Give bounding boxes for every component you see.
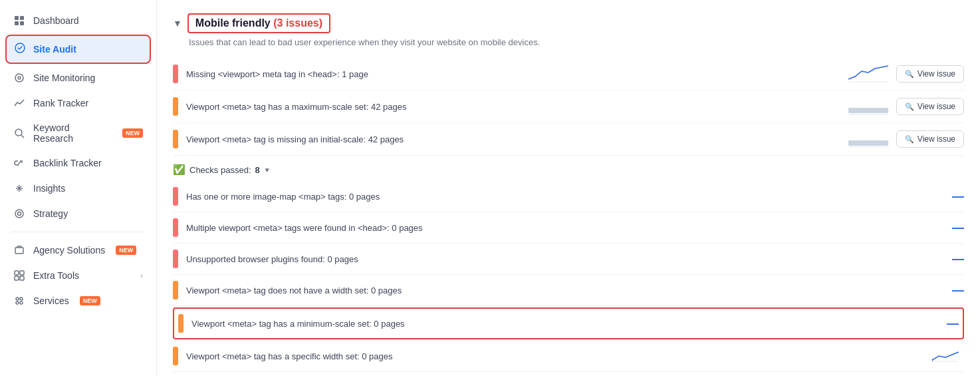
svg-point-18	[20, 297, 23, 300]
svg-point-17	[16, 297, 19, 300]
extra-tools-chevron: ›	[140, 271, 143, 280]
sidebar-item-extra-tools-label: Extra Tools	[33, 270, 79, 281]
passed-severity-dot-4	[173, 281, 178, 299]
backlink-tracker-icon	[13, 157, 25, 169]
rank-tracker-icon	[13, 97, 25, 109]
passed-row-7: Viewport <meta> tag initial-scale is inc…	[173, 372, 964, 376]
svg-point-20	[20, 301, 23, 304]
issue-severity-dot-2	[173, 97, 178, 116]
sidebar-item-site-monitoring[interactable]: Site Monitoring	[0, 65, 156, 91]
sidebar-item-services-label: Services	[33, 295, 69, 306]
sidebar-item-agency-solutions[interactable]: Agency Solutions NEW	[0, 238, 156, 263]
svg-rect-12	[15, 248, 23, 254]
sidebar-item-rank-tracker[interactable]: Rank Tracker	[0, 91, 156, 116]
passed-row-1: Has one or more image-map <map> tags: 0 …	[173, 181, 964, 212]
svg-point-11	[18, 212, 21, 216]
passed-text-5: Viewport <meta> tag has a minimum-scale …	[191, 319, 939, 329]
site-audit-icon	[15, 43, 25, 56]
agency-solutions-icon	[13, 244, 25, 256]
agency-solutions-badge: NEW	[116, 246, 136, 255]
passed-dash-4: —	[952, 283, 964, 297]
sidebar-item-dashboard-label: Dashboard	[33, 15, 79, 26]
sidebar-item-dashboard[interactable]: Dashboard	[0, 8, 156, 33]
svg-rect-24	[848, 140, 888, 146]
passed-text-2: Multiple viewport <meta> tags were found…	[186, 223, 944, 233]
services-badge: NEW	[80, 296, 100, 305]
strategy-icon	[13, 208, 25, 220]
passed-severity-dot-5	[178, 314, 184, 333]
sidebar-item-site-audit-label: Site Audit	[33, 44, 76, 55]
passed-severity-dot-2	[173, 218, 178, 237]
section-toggle-icon[interactable]: ▼	[173, 18, 182, 29]
insights-icon	[13, 182, 25, 194]
passed-row-5-highlighted: Viewport <meta> tag has a minimum-scale …	[173, 307, 964, 339]
section-header: ▼ Mobile friendly (3 issues)	[173, 13, 964, 33]
sidebar-item-services[interactable]: Services NEW	[0, 288, 156, 313]
section-title: Mobile friendly (3 issues)	[187, 13, 330, 33]
sidebar-item-keyword-research[interactable]: Keyword Research NEW	[0, 116, 156, 150]
checks-passed-label: Checks passed:	[189, 165, 251, 175]
svg-rect-22	[848, 108, 888, 113]
issue-severity-dot-1	[173, 65, 178, 83]
passed-text-4: Viewport <meta> tag does not have a widt…	[186, 285, 944, 295]
view-issue-button-2[interactable]: 🔍 View issue	[896, 98, 964, 115]
search-icon-3: 🔍	[905, 135, 914, 144]
view-issue-button-1[interactable]: 🔍 View issue	[896, 65, 964, 83]
view-issue-button-3[interactable]: 🔍 View issue	[896, 130, 964, 148]
passed-row-3: Unsupported browser plugins found: 0 pag…	[173, 244, 964, 275]
main-content: ▼ Mobile friendly (3 issues) Issues that…	[157, 0, 980, 376]
sidebar-item-strategy-label: Strategy	[33, 208, 68, 219]
svg-point-6	[18, 77, 21, 79]
sidebar-item-insights-label: Insights	[33, 183, 65, 194]
passed-row-6: Viewport <meta> tag has a specific width…	[173, 341, 964, 372]
issue-text-2: Viewport <meta> tag has a maximum-scale …	[186, 102, 840, 112]
svg-rect-14	[20, 271, 24, 275]
passed-dash-2: —	[952, 221, 964, 235]
passed-severity-dot-3	[173, 250, 178, 268]
section-subtitle: Issues that can lead to bad user experie…	[173, 37, 964, 47]
svg-point-7	[15, 129, 22, 136]
svg-rect-1	[20, 16, 24, 20]
passed-severity-dot-6	[173, 347, 178, 365]
svg-rect-2	[15, 21, 19, 25]
sidebar-item-strategy[interactable]: Strategy	[0, 201, 156, 226]
search-icon-2: 🔍	[905, 102, 914, 111]
issue-chart-2	[848, 97, 888, 116]
sidebar-item-site-monitoring-label: Site Monitoring	[33, 73, 95, 83]
sidebar-item-backlink-tracker[interactable]: Backlink Tracker	[0, 150, 156, 176]
passed-dash-3: —	[952, 252, 964, 266]
services-icon	[13, 295, 25, 307]
extra-tools-icon	[13, 270, 25, 282]
issue-chart-3	[848, 130, 888, 148]
svg-rect-15	[15, 276, 19, 280]
issue-row-3: Viewport <meta> tag is missing an initia…	[173, 123, 964, 156]
sidebar-divider-1	[11, 232, 146, 232]
passed-dash-1: —	[952, 190, 964, 204]
svg-point-5	[15, 74, 23, 82]
sidebar-item-extra-tools[interactable]: Extra Tools ›	[0, 263, 156, 288]
svg-point-9	[19, 188, 21, 190]
check-passed-icon: ✅	[173, 164, 185, 176]
dashboard-icon	[13, 15, 25, 27]
svg-rect-13	[15, 271, 19, 275]
passed-row-2: Multiple viewport <meta> tags were found…	[173, 212, 964, 244]
passed-severity-dot-1	[173, 187, 178, 206]
keyword-research-badge: NEW	[122, 128, 143, 138]
svg-line-8	[21, 135, 24, 138]
svg-rect-0	[15, 16, 19, 20]
sidebar-item-backlink-tracker-label: Backlink Tracker	[33, 158, 102, 168]
section-issues-count: (3 issues)	[273, 17, 322, 29]
issue-chart-1	[848, 65, 888, 83]
issue-row-2: Viewport <meta> tag has a maximum-scale …	[173, 91, 964, 123]
passed-text-1: Has one or more image-map <map> tags: 0 …	[186, 192, 944, 202]
sidebar-item-site-audit[interactable]: Site Audit	[5, 35, 151, 64]
issue-text-3: Viewport <meta> tag is missing an initia…	[186, 134, 840, 144]
sidebar-item-rank-tracker-label: Rank Tracker	[33, 98, 88, 108]
keyword-research-icon	[13, 127, 25, 139]
passed-text-3: Unsupported browser plugins found: 0 pag…	[186, 254, 944, 264]
checks-passed-header[interactable]: ✅ Checks passed: 8 ▼	[173, 156, 964, 181]
sidebar-item-insights[interactable]: Insights	[0, 176, 156, 201]
sidebar-item-keyword-research-label: Keyword Research	[33, 122, 112, 144]
issue-text-1: Missing <viewport> meta tag in <head>: 1…	[186, 69, 840, 79]
checks-passed-chevron: ▼	[264, 166, 271, 174]
